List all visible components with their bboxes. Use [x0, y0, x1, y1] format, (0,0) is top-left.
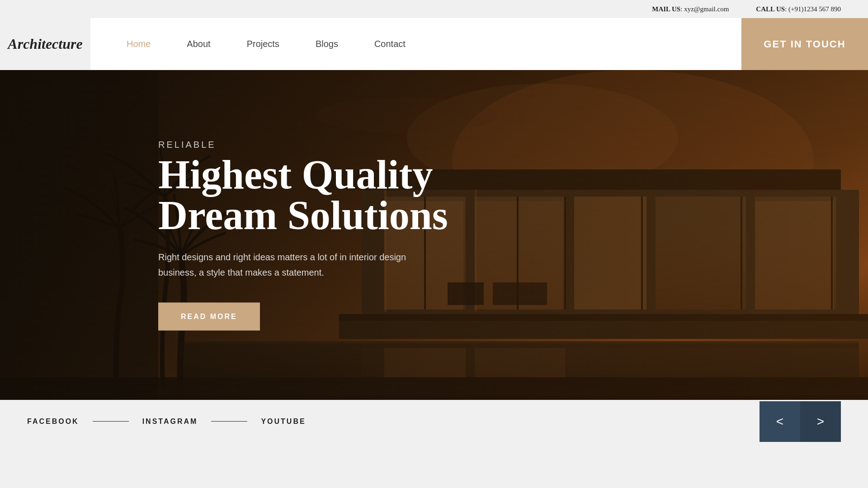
hero-description: Right designs and right ideas matters a …: [158, 249, 429, 280]
nav-contact[interactable]: Contact: [374, 39, 406, 49]
mail-label: MAIL US: [652, 5, 680, 13]
read-more-button[interactable]: READ MORE: [158, 303, 260, 331]
hero-title-line2: Dream Solutions: [158, 193, 448, 238]
nav-about[interactable]: About: [187, 39, 210, 49]
nav-home[interactable]: Home: [127, 39, 151, 49]
footer-bar: FACEBOOK INSTAGRAM YOUTUBE < >: [0, 400, 868, 443]
call-value: (+91)1234 567 890: [788, 5, 841, 13]
next-slide-button[interactable]: >: [800, 401, 841, 442]
slide-navigation: < >: [760, 401, 841, 442]
hero-title-line1: Highest Quality: [158, 152, 433, 197]
hero-content: RELIABLE Highest Quality Dream Solutions…: [158, 140, 448, 331]
call-label: CALL US: [756, 5, 785, 13]
top-bar: MAIL US: xyz@gmail.com CALL US: (+91)123…: [0, 0, 868, 18]
nav-blogs[interactable]: Blogs: [316, 39, 338, 49]
social-youtube[interactable]: YOUTUBE: [261, 418, 306, 426]
mail-value: xyz@gmail.com: [684, 5, 729, 13]
social-divider-1: [93, 421, 129, 422]
prev-slide-button[interactable]: <: [760, 401, 800, 442]
social-divider-2: [211, 421, 247, 422]
hero-reliable-label: RELIABLE: [158, 140, 448, 150]
social-instagram[interactable]: INSTAGRAM: [142, 418, 198, 426]
call-info: CALL US: (+91)1234 567 890: [756, 5, 841, 13]
nav-links: Home About Projects Blogs Contact: [90, 39, 741, 49]
social-facebook[interactable]: FACEBOOK: [27, 418, 79, 426]
logo[interactable]: Architecture: [8, 36, 82, 52]
logo-area: Architecture: [0, 18, 90, 70]
navbar: Architecture Home About Projects Blogs C…: [0, 18, 868, 70]
get-in-touch-button[interactable]: GET IN TOUCH: [741, 18, 868, 70]
social-links: FACEBOOK INSTAGRAM YOUTUBE: [27, 418, 306, 426]
hero-title: Highest Quality Dream Solutions: [158, 155, 448, 236]
mail-info: MAIL US: xyz@gmail.com: [652, 5, 729, 13]
nav-projects[interactable]: Projects: [247, 39, 279, 49]
hero-section: RELIABLE Highest Quality Dream Solutions…: [0, 70, 868, 400]
